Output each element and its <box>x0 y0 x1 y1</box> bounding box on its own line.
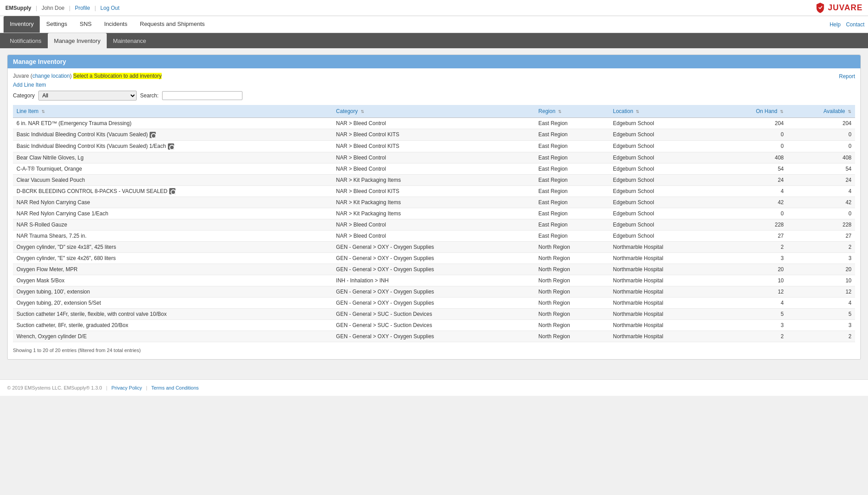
nav-tab-settings[interactable]: Settings <box>40 16 73 33</box>
col-on-hand[interactable]: On Hand ⇅ <box>720 105 787 118</box>
cell-location: Northmarble Hospital <box>609 298 720 309</box>
cell-on-hand: 24 <box>720 174 787 185</box>
top-bar-left: EMSupply | John Doe | Profile | Log Out <box>5 5 119 11</box>
cell-region: East Region <box>535 197 609 208</box>
cell-region: East Region <box>535 208 609 219</box>
table-row: 6 in. NAR ETD™ (Emergency Trauma Dressin… <box>13 118 855 129</box>
card-body: Juvare (change location) Select a Subloc… <box>8 68 860 359</box>
profile-link[interactable]: Profile <box>75 5 90 11</box>
cell-location: Northmarble Hospital <box>609 320 720 331</box>
brand-name: EMSupply <box>5 5 31 11</box>
cell-location: Northmarble Hospital <box>609 242 720 253</box>
col-available[interactable]: Available ⇅ <box>787 105 855 118</box>
cell-region: East Region <box>535 163 609 174</box>
cell-line-item: Oxygen cylinder, "D" size 4x18", 425 lit… <box>13 242 333 253</box>
category-select[interactable]: All <box>38 91 137 101</box>
sub-tab-maintenance[interactable]: Maintenance <box>107 33 152 48</box>
nav-tab-incidents[interactable]: Incidents <box>98 16 134 33</box>
col-location[interactable]: Location ⇅ <box>609 105 720 118</box>
cell-on-hand: 27 <box>720 231 787 242</box>
col-category[interactable]: Category ⇅ <box>333 105 535 118</box>
table-row: Clear Vacuum Sealed PouchNAR > Kit Packa… <box>13 174 855 185</box>
cell-region: East Region <box>535 231 609 242</box>
cell-available: 204 <box>787 118 855 129</box>
search-label: Search: <box>140 92 159 99</box>
table-row: Basic Individual Bleeding Control Kits (… <box>13 129 855 141</box>
camera-icon <box>168 143 174 150</box>
cell-on-hand: 2 <box>720 242 787 253</box>
col-region[interactable]: Region ⇅ <box>535 105 609 118</box>
col-line-item[interactable]: Line Item ⇅ <box>13 105 333 118</box>
cell-region: North Region <box>535 298 609 309</box>
cell-location: Edgeburn School <box>609 197 720 208</box>
privacy-link[interactable]: Privacy Policy <box>111 385 142 390</box>
cell-on-hand: 204 <box>720 118 787 129</box>
cell-category: NAR > Bleed Control <box>333 118 535 129</box>
table-row: Suction catheter 14Fr, sterile, flexible… <box>13 309 855 320</box>
cell-available: 408 <box>787 152 855 163</box>
cell-region: North Region <box>535 286 609 298</box>
table-row: NAR Red Nylon Carrying CaseNAR > Kit Pac… <box>13 197 855 208</box>
table-row: NAR Trauma Shears, 7.25 in.NAR > Bleed C… <box>13 231 855 242</box>
cell-on-hand: 0 <box>720 140 787 152</box>
contact-link[interactable]: Contact <box>846 21 864 28</box>
search-input[interactable] <box>162 91 242 100</box>
cell-line-item: Wrench, Oxygen cylinder D/E <box>13 331 333 342</box>
table-row: Oxygen Flow Meter, MPRGEN - General > OX… <box>13 264 855 275</box>
cell-on-hand: 0 <box>720 129 787 141</box>
cell-on-hand: 4 <box>720 185 787 197</box>
cell-category: NAR > Bleed Control <box>333 152 535 163</box>
cell-location: Edgeburn School <box>609 118 720 129</box>
cell-on-hand: 3 <box>720 253 787 264</box>
nav-tab-requests-shipments[interactable]: Requests and Shipments <box>134 16 211 33</box>
cell-available: 4 <box>787 298 855 309</box>
table-body: 6 in. NAR ETD™ (Emergency Trauma Dressin… <box>13 118 855 342</box>
card-header: Manage Inventory <box>8 55 860 68</box>
change-location-link[interactable]: change location <box>32 73 70 79</box>
top-bar-right: JUVARE <box>815 2 863 14</box>
cell-location: Edgeburn School <box>609 140 720 152</box>
cell-line-item: Oxygen Flow Meter, MPR <box>13 264 333 275</box>
juvare-text: JUVARE <box>828 3 863 13</box>
table-row: NAR Red Nylon Carrying Case 1/EachNAR > … <box>13 208 855 219</box>
cell-location: Edgeburn School <box>609 152 720 163</box>
cell-category: NAR > Bleed Control <box>333 219 535 231</box>
nav-tab-sns[interactable]: SNS <box>73 16 98 33</box>
sub-tab-notifications[interactable]: Notifications <box>4 33 48 48</box>
cell-category: GEN - General > OXY - Oxygen Supplies <box>333 298 535 309</box>
cell-line-item: Oxygen tubing, 20', extension 5/Set <box>13 298 333 309</box>
logout-link[interactable]: Log Out <box>100 5 120 11</box>
cell-available: 5 <box>787 309 855 320</box>
filter-row: Category All Search: <box>13 91 242 101</box>
cell-on-hand: 4 <box>720 298 787 309</box>
cell-on-hand: 10 <box>720 275 787 286</box>
cell-region: North Region <box>535 242 609 253</box>
cell-available: 2 <box>787 242 855 253</box>
cell-on-hand: 3 <box>720 320 787 331</box>
table-row: D-BCRK BLEEDING CONTROL 8-PACKS - VACUUM… <box>13 185 855 197</box>
report-link[interactable]: Report <box>839 73 855 80</box>
help-link[interactable]: Help <box>830 21 841 28</box>
cell-on-hand: 42 <box>720 197 787 208</box>
cell-available: 12 <box>787 286 855 298</box>
cell-on-hand: 2 <box>720 331 787 342</box>
cell-available: 54 <box>787 163 855 174</box>
terms-link[interactable]: Terms and Conditions <box>151 385 199 390</box>
cell-category: NAR > Bleed Control KITS <box>333 185 535 197</box>
sort-icon-region: ⇅ <box>558 109 562 114</box>
add-line-item-link[interactable]: Add Line Item <box>13 82 46 88</box>
sort-icon-line-item: ⇅ <box>42 109 45 114</box>
top-bar: EMSupply | John Doe | Profile | Log Out … <box>0 0 868 16</box>
cell-category: GEN - General > OXY - Oxygen Supplies <box>333 264 535 275</box>
cell-line-item: Bear Claw Nitrile Gloves, Lg <box>13 152 333 163</box>
cell-location: Edgeburn School <box>609 174 720 185</box>
cell-available: 4 <box>787 185 855 197</box>
cell-line-item: Oxygen cylinder, "E" size 4x26", 680 lit… <box>13 253 333 264</box>
cell-available: 2 <box>787 331 855 342</box>
cell-available: 3 <box>787 253 855 264</box>
nav-tab-inventory[interactable]: Inventory <box>4 16 40 33</box>
cell-on-hand: 54 <box>720 163 787 174</box>
sub-tab-manage-inventory[interactable]: Manage Inventory <box>48 33 107 48</box>
cell-available: 10 <box>787 275 855 286</box>
cell-line-item: 6 in. NAR ETD™ (Emergency Trauma Dressin… <box>13 118 333 129</box>
